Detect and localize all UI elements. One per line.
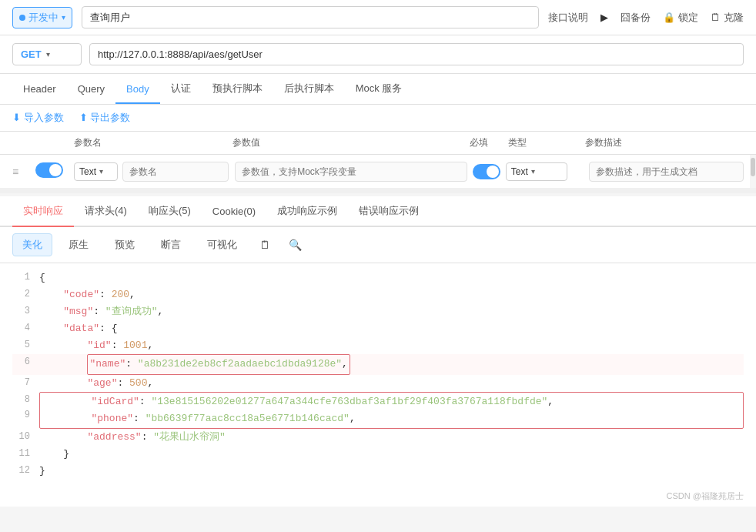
view-tab-beautify[interactable]: 美化: [12, 233, 52, 256]
param-row: ≡ Text ▾ Text ▾: [0, 155, 756, 189]
copy-button[interactable]: 🗒: [253, 235, 276, 255]
env-selector[interactable]: 开发中 ▾: [12, 7, 72, 28]
response-section: 实时响应 请求头(4) 响应头(5) Cookie(0) 成功响应示例 错误响应…: [0, 196, 756, 507]
request-tabs-bar: Header Query Body 认证 预执行脚本 后执行脚本 Mock 服务: [0, 74, 756, 105]
col-required-header: 必填: [470, 136, 508, 149]
tab-auth[interactable]: 认证: [160, 74, 202, 105]
json-line-11: 11 }: [12, 446, 744, 463]
col-desc-header: 参数描述: [585, 136, 744, 149]
param-type-select-left[interactable]: Text ▾: [74, 162, 118, 181]
param-toggle[interactable]: [35, 162, 74, 180]
env-label: 开发中: [28, 11, 59, 25]
param-name-input[interactable]: [122, 162, 229, 182]
clone-button[interactable]: 🗒 克隆: [711, 11, 744, 25]
json-line-7: 7 "age": 500,: [12, 375, 744, 392]
json-line-5: 5 "id": 1001,: [12, 337, 744, 354]
json-line-12: 12 }: [12, 463, 744, 480]
url-bar: GET ▾: [0, 35, 756, 74]
view-tab-preview[interactable]: 预览: [105, 233, 145, 256]
view-tab-assert[interactable]: 断言: [151, 233, 191, 256]
type-label-right: Text: [511, 166, 528, 177]
top-bar: 开发中 ▾ 接口说明 ▶ 囧备份 🔒 锁定 🗒 克隆: [0, 0, 756, 35]
json-line-6: 6 "name": "a8b231de2eb8cf2aadaebc1dbda91…: [12, 354, 744, 374]
col-value-header: 参数值: [232, 136, 470, 149]
response-tabs-bar: 实时响应 请求头(4) 响应头(5) Cookie(0) 成功响应示例 错误响应…: [0, 196, 756, 227]
scrollbar-thumb: [751, 158, 755, 176]
param-desc-input[interactable]: [589, 162, 744, 182]
json-line-1: 1 {: [12, 269, 744, 286]
tab-mock[interactable]: Mock 服务: [345, 74, 413, 105]
section-divider: [0, 189, 756, 193]
url-input[interactable]: [89, 43, 744, 65]
json-line-10: 10 "address": "花果山水帘洞": [12, 429, 744, 446]
view-tab-visual[interactable]: 可视化: [197, 233, 247, 256]
col-name-header: 参数名: [74, 136, 232, 149]
import-params-button[interactable]: ⬇ 导入参数: [12, 111, 64, 125]
param-type-cell: Text ▾: [506, 162, 583, 181]
tab-realtime[interactable]: 实时响应: [12, 196, 74, 227]
param-type-select-right[interactable]: Text ▾: [506, 162, 567, 181]
method-select[interactable]: GET ▾: [12, 43, 82, 65]
api-name-input[interactable]: [82, 6, 539, 28]
json-line-2: 2 "code": 200,: [12, 286, 744, 303]
param-name-cell: Text ▾: [74, 162, 229, 182]
tab-query[interactable]: Query: [67, 75, 115, 104]
backup-button[interactable]: 囧备份: [621, 11, 651, 25]
json-line-8-9-highlight: 8 9 "idCard": "13e815156202e01277a647a34…: [12, 392, 744, 429]
json-line-3: 3 "msg": "查询成功",: [12, 303, 744, 320]
json-viewer: 1 { 2 "code": 200, 3 "msg": "查询成功", 4 "d…: [0, 263, 756, 486]
lock-button[interactable]: 🔒 锁定: [663, 11, 698, 25]
col-type-header: 类型: [508, 136, 585, 149]
tab-header[interactable]: Header: [12, 75, 67, 104]
params-header: 参数名 参数值 必填 类型 参数描述: [0, 132, 756, 155]
top-actions: 接口说明 ▶ 囧备份 🔒 锁定 🗒 克隆: [548, 11, 744, 25]
view-tabs-bar: 美化 原生 预览 断言 可视化 🗒 🔍: [0, 227, 756, 263]
method-dropdown-icon: ▾: [46, 50, 50, 59]
tab-error-example[interactable]: 错误响应示例: [348, 196, 430, 227]
type-arrow-left-icon: ▾: [99, 167, 103, 176]
export-params-button[interactable]: ⬆ 导出参数: [79, 111, 131, 125]
tab-request-headers[interactable]: 请求头(4): [74, 196, 138, 227]
tab-cookie[interactable]: Cookie(0): [202, 198, 266, 226]
drag-handle-icon[interactable]: ≡: [12, 166, 35, 178]
method-label: GET: [21, 49, 42, 60]
view-tab-raw[interactable]: 原生: [59, 233, 99, 256]
type-label-left: Text: [79, 166, 96, 177]
type-arrow-right-icon: ▾: [531, 167, 535, 176]
tab-post-script[interactable]: 后执行脚本: [273, 74, 345, 105]
param-desc-cell: [583, 162, 744, 182]
param-required-cell[interactable]: [467, 164, 506, 179]
json-line-4: 4 "data": {: [12, 320, 744, 337]
env-dot: [19, 15, 25, 21]
tab-success-example[interactable]: 成功响应示例: [266, 196, 348, 227]
tab-pre-script[interactable]: 预执行脚本: [202, 74, 273, 105]
scrollbar-track[interactable]: [750, 155, 756, 188]
interface-desc-button[interactable]: 接口说明: [548, 11, 588, 25]
tab-body[interactable]: Body: [115, 75, 160, 104]
param-value-cell: [229, 162, 467, 182]
param-value-input[interactable]: [235, 162, 467, 182]
env-arrow-icon: ▾: [62, 13, 65, 22]
tab-response-headers[interactable]: 响应头(5): [138, 196, 202, 227]
run-button[interactable]: ▶: [600, 12, 608, 23]
search-button[interactable]: 🔍: [283, 235, 308, 255]
params-actions: ⬇ 导入参数 ⬆ 导出参数: [0, 105, 756, 132]
watermark: CSDN @福隆苑居士: [0, 486, 756, 507]
